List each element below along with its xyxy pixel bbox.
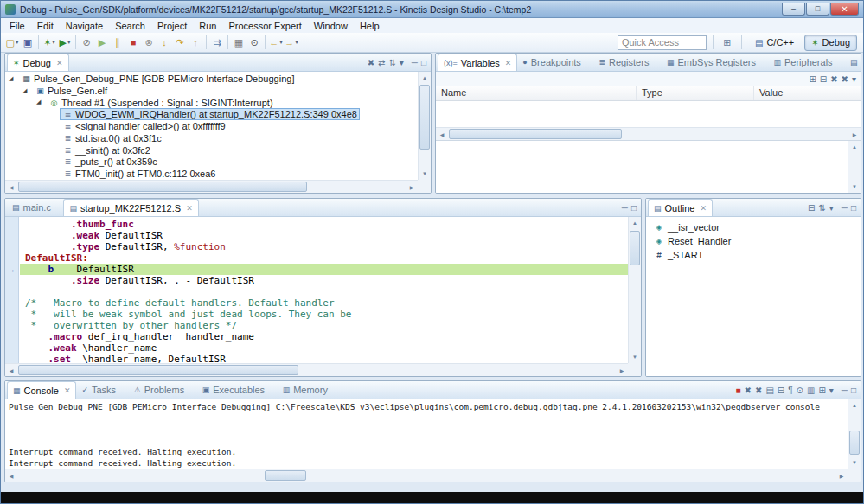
- tab-close-icon[interactable]: ✕: [56, 59, 63, 67]
- search-icon[interactable]: ⊙: [246, 35, 262, 51]
- outline-item[interactable]: ◈ Reset_Handler: [646, 234, 861, 248]
- debug-tree-row[interactable]: ≣ WDOG_EWM_IRQHandler() at startup_MK22F…: [5, 108, 418, 120]
- disconnect-icon[interactable]: ⊗: [141, 35, 157, 51]
- view-tab[interactable]: ▦ EmbSys Registers: [662, 54, 769, 71]
- tree-item[interactable]: ◎ Thread #1 (Suspended : Signal : SIGINT…: [46, 97, 276, 109]
- minimize-view-icon[interactable]: ─: [412, 58, 418, 67]
- view-tab[interactable]: (x)= Variables ✕: [438, 54, 517, 71]
- remove-all-icon[interactable]: ✖: [842, 74, 848, 84]
- view-tab[interactable]: ▦ Console ✕: [7, 381, 76, 399]
- terminate-icon[interactable]: ■: [736, 386, 741, 395]
- scroll-down-icon[interactable]: [629, 351, 641, 363]
- remove-selected-icon[interactable]: ✖: [830, 74, 837, 84]
- scroll-right-icon[interactable]: [848, 128, 861, 140]
- scroll-left-icon[interactable]: [5, 364, 17, 376]
- editor-horizontal-scrollbar[interactable]: [5, 363, 628, 376]
- scroll-down-icon[interactable]: [419, 168, 431, 180]
- scroll-up-icon[interactable]: [848, 141, 861, 153]
- new-icon[interactable]: ▢▾: [4, 35, 20, 51]
- scrollbar-thumb[interactable]: [849, 431, 860, 455]
- maximize-view-icon[interactable]: □: [631, 203, 637, 213]
- scroll-left-icon[interactable]: [436, 128, 448, 140]
- tab-close-icon[interactable]: [838, 58, 841, 67]
- menu-item[interactable]: File: [3, 20, 31, 32]
- tree-expander-icon[interactable]: [50, 147, 60, 153]
- scrollbar-thumb[interactable]: [18, 365, 298, 375]
- tab-close-icon[interactable]: ✕: [186, 204, 193, 213]
- menu-item[interactable]: Project: [151, 20, 193, 32]
- view-tab[interactable]: ▥ Memory: [278, 381, 341, 399]
- run-icon[interactable]: ▶▾: [57, 35, 73, 51]
- tree-item[interactable]: ≣ WDOG_EWM_IRQHandler() at startup_MK22F…: [60, 108, 360, 120]
- connect-process-icon[interactable]: ⇄: [378, 58, 385, 67]
- tree-expander-icon[interactable]: [50, 135, 60, 141]
- pin-console-icon[interactable]: ⊙: [797, 386, 803, 395]
- view-menu-icon[interactable]: ▾: [852, 74, 856, 84]
- tree-item[interactable]: ≣ std.isra.0() at 0x3f1c: [60, 132, 164, 144]
- collapse-all-icon[interactable]: ⊟: [820, 74, 827, 84]
- menu-item[interactable]: Processor Expert: [222, 20, 307, 32]
- display-selected-console-icon[interactable]: ▥: [807, 386, 815, 395]
- view-tab[interactable]: ▥ Peripherals: [768, 54, 845, 71]
- perspective-cpp-button[interactable]: ▤ C/C++: [748, 35, 801, 51]
- view-menu-icon[interactable]: ▾: [829, 386, 834, 395]
- tree-expander-icon[interactable]: [50, 171, 60, 177]
- open-console-icon[interactable]: ⊞: [818, 386, 825, 395]
- remove-all-terminated-icon[interactable]: ✖: [368, 58, 374, 67]
- clear-console-icon[interactable]: ▤: [765, 386, 773, 395]
- scroll-left-icon[interactable]: [5, 181, 17, 193]
- tree-item[interactable]: ▣ Pulse_Gen.elf: [32, 85, 110, 97]
- tab-outline[interactable]: ▤ Outline ✕: [648, 199, 713, 216]
- tab-close-icon[interactable]: [333, 386, 336, 394]
- column-name[interactable]: Name: [436, 86, 637, 100]
- scrollbar-thumb[interactable]: [630, 231, 640, 265]
- code-line[interactable]: .set \handler_name, DefaultISR: [20, 354, 628, 363]
- menu-item[interactable]: Run: [193, 20, 222, 32]
- back-icon[interactable]: ←▾: [268, 35, 284, 51]
- details-vertical-scrollbar[interactable]: [848, 141, 861, 193]
- forward-icon[interactable]: →▾: [284, 35, 299, 51]
- step-into-icon[interactable]: ↓: [157, 35, 172, 51]
- code-line[interactable]: .size DefaultISR, . - DefaultISR: [20, 275, 628, 286]
- remove-launch-icon[interactable]: ✖: [745, 386, 752, 395]
- show-type-names-icon[interactable]: ⊞: [809, 74, 816, 84]
- tab-close-icon[interactable]: [121, 386, 124, 394]
- outline-item[interactable]: # _START: [646, 248, 861, 262]
- close-button[interactable]: ✕: [830, 3, 859, 16]
- code-line[interactable]: DefaultISR:: [20, 252, 628, 264]
- tree-expander-icon[interactable]: [50, 159, 60, 165]
- tree-item[interactable]: ≣ __sinit() at 0x3fc2: [60, 144, 153, 156]
- menu-item[interactable]: Navigate: [60, 20, 109, 32]
- editor-vertical-scrollbar[interactable]: [628, 217, 641, 363]
- skip-all-breakpoints-icon[interactable]: ⊘: [79, 35, 94, 51]
- collapse-all-icon[interactable]: ⊟: [808, 203, 815, 213]
- menu-item[interactable]: Search: [109, 20, 151, 32]
- scroll-up-icon[interactable]: [419, 72, 431, 84]
- debug-tree-row[interactable]: ≣ __sinit() at 0x3fc2: [5, 144, 418, 156]
- menu-item[interactable]: Help: [354, 20, 386, 32]
- debug-tree-row[interactable]: ◢ ▦ Pulse_Gen_Debug_PNE [GDB PEMicro Int…: [5, 73, 418, 85]
- perspective-debug-button[interactable]: ✶ Debug: [804, 35, 857, 51]
- console-vertical-scrollbar[interactable]: [848, 399, 861, 469]
- tree-expander-icon[interactable]: [50, 124, 60, 130]
- scroll-up-icon[interactable]: [629, 217, 641, 229]
- word-wrap-icon[interactable]: ¶: [788, 386, 792, 395]
- tab-close-icon[interactable]: [56, 203, 59, 212]
- debug-tree-row[interactable]: ≣ _puts_r() at 0x359c: [5, 156, 418, 169]
- tab-close-icon[interactable]: ✕: [64, 386, 71, 395]
- column-value[interactable]: Value: [754, 86, 861, 100]
- build-icon[interactable]: ▦: [231, 35, 246, 51]
- outline-item[interactable]: ◈ __isr_vector: [646, 220, 861, 234]
- scroll-down-icon[interactable]: [848, 456, 861, 469]
- debug-tree-row[interactable]: ≣ FTM0_init() at FTM0.c:112 0xea6: [5, 168, 418, 180]
- tab-close-icon[interactable]: [654, 58, 656, 67]
- debug-tree-row[interactable]: ◢ ▣ Pulse_Gen.elf: [5, 85, 418, 97]
- step-return-icon[interactable]: ↑: [188, 35, 203, 51]
- resume-icon[interactable]: ▶: [94, 35, 110, 51]
- tree-item[interactable]: ≣ <signal handler called>() at 0xfffffff…: [60, 120, 228, 132]
- console-horizontal-scrollbar[interactable]: [5, 469, 848, 482]
- instruction-stepping-icon[interactable]: ⇉: [209, 35, 225, 51]
- editor-tab[interactable]: ▤ main.c: [7, 199, 63, 216]
- console-output[interactable]: Pulse_Gen_Debug_PNE [GDB PEMicro Interfa…: [5, 399, 848, 469]
- code-line[interactable]: .weak \handler_name: [20, 342, 628, 354]
